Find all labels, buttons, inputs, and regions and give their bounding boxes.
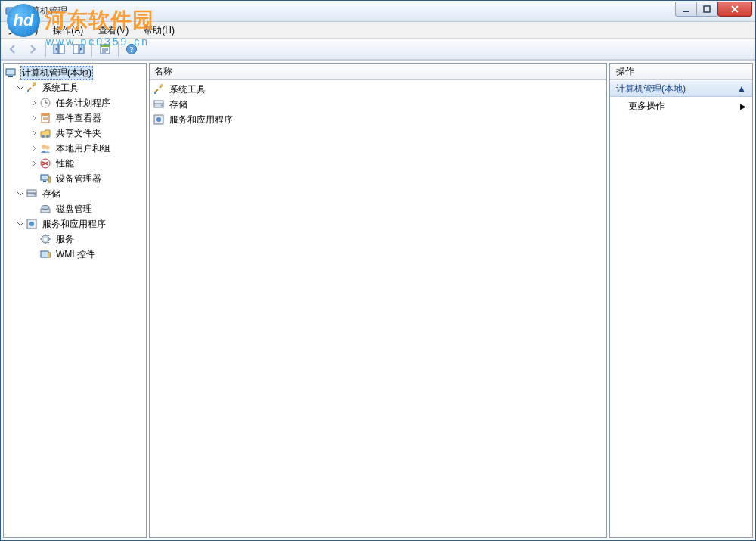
share-icon [39,127,51,139]
computer-icon [5,67,17,79]
list-pane: 名称 系统工具 存储 服务和应用程序 [149,63,607,538]
actions-more[interactable]: 更多操作 ▶ [610,97,752,116]
tree-root[interactable]: 计算机管理(本地) [4,65,146,80]
tree-label: 服务 [54,233,76,246]
svg-rect-38 [154,92,156,94]
svg-point-31 [42,206,49,210]
tree-label: WMI 控件 [54,248,97,261]
tree-label: 磁盘管理 [54,203,94,216]
toolbar-separator [91,42,92,57]
svg-point-35 [44,238,47,241]
tree-item-services[interactable]: 服务 [4,232,146,247]
tree-item-local-users[interactable]: 本地用户和组 [4,141,146,156]
tree[interactable]: 计算机管理(本地) 系统工具 任务计划程序 事件查看器 [4,64,146,537]
tree-label: 事件查看器 [54,112,103,125]
wmi-icon [39,248,51,260]
svg-rect-2 [683,11,689,12]
tree-item-task-scheduler[interactable]: 任务计划程序 [4,95,146,110]
collapse-icon[interactable] [16,83,25,92]
expand-spacer [29,250,39,259]
svg-rect-3 [704,6,710,12]
window: hd 河东软件园 www.pc0359.cn 计算机管理 文件(F) 操作(A)… [0,0,756,541]
tools-icon [153,83,165,95]
maximize-button[interactable] [696,2,717,17]
services-app-icon [153,113,165,126]
svg-rect-25 [43,181,46,182]
svg-text:?: ? [130,45,134,54]
titlebar[interactable]: 计算机管理 [1,1,755,22]
menubar: 文件(F) 操作(A) 查看(V) 帮助(H) [1,22,755,39]
tree-label: 服务和应用程序 [41,218,107,231]
menu-file[interactable]: 文件(F) [1,23,45,38]
list-item[interactable]: 存储 [153,97,603,112]
tree-item-performance[interactable]: 性能 [4,156,146,171]
collapse-icon[interactable] [16,189,25,198]
svg-point-43 [156,117,161,122]
tree-item-event-viewer[interactable]: 事件查看器 [4,110,146,126]
body: 计算机管理(本地) 系统工具 任务计划程序 事件查看器 [1,60,755,540]
column-header-name[interactable]: 名称 [150,64,606,80]
svg-rect-36 [41,251,48,257]
actions-header: 操作 [610,64,752,80]
tree-root-label: 计算机管理(本地) [20,66,93,80]
forward-button[interactable] [23,40,42,58]
window-title: 计算机管理 [22,5,67,17]
close-button[interactable] [717,2,752,17]
expand-icon[interactable] [29,159,39,168]
services-app-icon [26,218,38,230]
svg-rect-0 [6,8,17,14]
tools-icon [26,82,38,94]
help-button[interactable]: ? [122,40,141,58]
svg-rect-1 [9,15,14,17]
svg-point-40 [161,105,163,107]
actions-section-title[interactable]: 计算机管理(本地) ▲ [610,80,752,97]
users-icon [39,142,51,154]
svg-point-33 [29,222,34,226]
tree-pane: 计算机管理(本地) 系统工具 任务计划程序 事件查看器 [3,63,147,538]
svg-point-19 [42,135,45,138]
svg-rect-5 [59,45,64,54]
minimize-button[interactable] [675,2,696,17]
svg-rect-24 [41,175,48,180]
svg-point-22 [46,146,50,150]
toolbar-separator [45,42,46,57]
svg-rect-6 [73,45,79,54]
tree-group-storage[interactable]: 存储 [4,186,146,201]
tree-item-wmi[interactable]: WMI 控件 [4,247,146,262]
show-hide-action-button[interactable] [70,40,88,58]
tree-item-device-manager[interactable]: 设备管理器 [4,171,146,186]
tree-group-services-apps[interactable]: 服务和应用程序 [4,216,146,232]
tree-label: 任务计划程序 [54,97,112,110]
svg-rect-41 [154,101,163,104]
menu-view[interactable]: 查看(V) [91,23,136,38]
svg-rect-18 [42,113,49,116]
expand-icon[interactable] [29,113,39,123]
expand-icon[interactable] [29,129,39,138]
expand-icon[interactable] [29,144,39,153]
tree-label: 性能 [54,157,76,170]
actions-more-label: 更多操作 [628,100,665,113]
expand-icon[interactable] [29,98,39,107]
svg-rect-9 [101,45,110,47]
tree-item-shared-folders[interactable]: 共享文件夹 [4,126,146,141]
show-hide-tree-button[interactable] [50,40,68,58]
list-item-label: 系统工具 [169,83,206,96]
list-item[interactable]: 服务和应用程序 [153,112,603,127]
list[interactable]: 系统工具 存储 服务和应用程序 [150,80,606,129]
properties-button[interactable] [96,40,114,58]
collapse-up-icon[interactable]: ▲ [737,83,746,94]
tree-item-disk-management[interactable]: 磁盘管理 [4,201,146,216]
back-button[interactable] [4,40,22,58]
tree-label: 共享文件夹 [54,127,103,140]
expand-spacer [29,204,39,213]
svg-point-14 [33,82,36,86]
menu-action[interactable]: 操作(A) [45,23,91,38]
expand-spacer [29,174,39,183]
list-item[interactable]: 系统工具 [153,82,603,97]
perf-icon [39,157,51,169]
tree-group-system-tools[interactable]: 系统工具 [4,80,146,95]
tree-label: 存储 [41,188,62,201]
menu-help[interactable]: 帮助(H) [136,23,182,38]
collapse-icon[interactable] [16,219,25,229]
device-icon [39,173,51,185]
